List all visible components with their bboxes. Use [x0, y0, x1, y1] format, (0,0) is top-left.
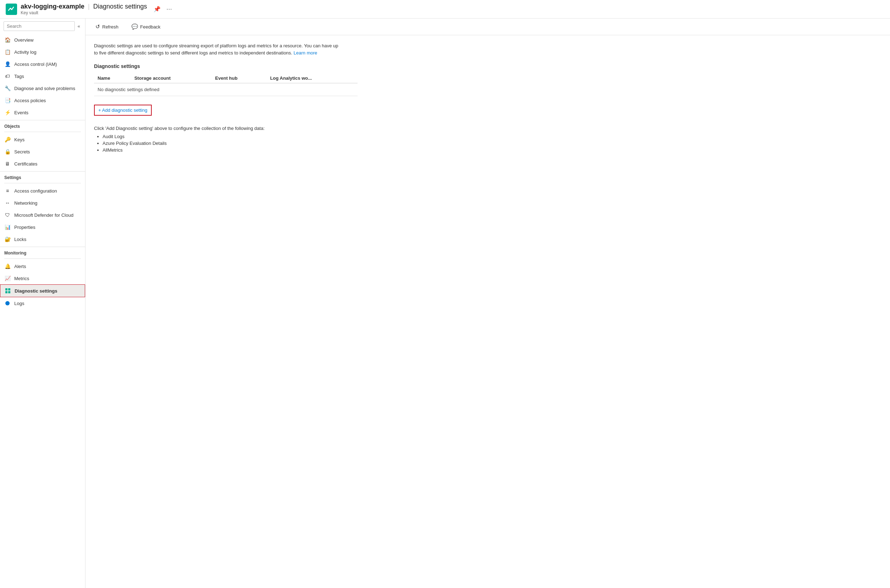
sidebar-label-secrets: Secrets: [14, 149, 30, 154]
diagnostic-settings-table: Name Storage account Event hub Log Analy…: [94, 74, 358, 96]
description-text: Diagnostic settings are used to configur…: [94, 42, 343, 56]
sidebar-label-overview: Overview: [14, 38, 33, 43]
refresh-button[interactable]: ↺ Refresh: [93, 22, 122, 32]
sidebar-item-events[interactable]: ⚡ Events: [0, 106, 85, 118]
objects-divider: [4, 132, 81, 132]
content-area: ↺ Refresh 💬 Feedback Diagnostic settings…: [86, 18, 890, 588]
sidebar-label-activity-log: Activity log: [14, 50, 36, 55]
sidebar-label-certificates: Certificates: [14, 161, 38, 166]
list-item-all-metrics: AllMetrics: [102, 147, 881, 153]
col-name: Name: [94, 74, 131, 83]
sidebar-label-access-policies: Access policies: [14, 98, 46, 103]
search-input[interactable]: [3, 21, 75, 31]
sidebar-label-logs: Logs: [14, 301, 24, 306]
access-policies-icon: 📑: [4, 97, 11, 104]
objects-section-title: Objects: [0, 120, 85, 130]
resource-type: Key vault: [21, 10, 147, 15]
access-control-icon: 👤: [4, 61, 11, 67]
diagnostic-settings-icon: [5, 288, 11, 294]
sidebar-item-properties[interactable]: 📊 Properties: [0, 221, 85, 233]
svg-rect-3: [5, 291, 8, 293]
add-diagnostic-container: + Add diagnostic setting: [94, 100, 881, 120]
alerts-icon: 🔔: [4, 263, 11, 270]
col-eventhub: Event hub: [212, 74, 266, 83]
sidebar-item-alerts[interactable]: 🔔 Alerts: [0, 260, 85, 272]
sidebar-item-locks[interactable]: 🔐 Locks: [0, 233, 85, 245]
table-header: Name Storage account Event hub Log Analy…: [94, 74, 358, 83]
sidebar-label-locks: Locks: [14, 237, 26, 242]
sidebar-item-logs[interactable]: Logs: [0, 297, 85, 309]
pin-icon[interactable]: 📌: [153, 6, 161, 12]
sidebar-label-access-config: Access configuration: [14, 188, 57, 194]
col-loganalytics: Log Analytics wo...: [266, 74, 358, 83]
sidebar-label-keys: Keys: [14, 137, 24, 142]
svg-rect-4: [8, 291, 11, 293]
add-diagnostic-button[interactable]: + Add diagnostic setting: [94, 105, 152, 116]
settings-divider: [4, 183, 81, 183]
refresh-label: Refresh: [102, 24, 119, 30]
no-settings-text: No diagnostic settings defined: [94, 83, 358, 96]
resource-name: akv-logging-example: [21, 3, 84, 10]
sidebar-item-access-config[interactable]: ≡ Access configuration: [0, 185, 85, 197]
feedback-label: Feedback: [140, 24, 161, 30]
access-config-icon: ≡: [4, 188, 11, 194]
main-layout: « 🏠 Overview 📋 Activity log 👤 Access con…: [0, 18, 890, 588]
sidebar-item-access-control[interactable]: 👤 Access control (IAM): [0, 58, 85, 70]
feedback-button[interactable]: 💬 Feedback: [129, 22, 164, 32]
sidebar-item-tags[interactable]: 🏷 Tags: [0, 70, 85, 82]
sidebar-item-networking[interactable]: ↔ Networking: [0, 197, 85, 209]
sidebar-item-metrics[interactable]: 📈 Metrics: [0, 272, 85, 284]
svg-rect-1: [5, 288, 8, 291]
header-title-group: akv-logging-example | Diagnostic setting…: [21, 3, 147, 15]
secrets-icon: 🔒: [4, 148, 11, 155]
section-title: Diagnostic settings: [94, 63, 881, 69]
header: akv-logging-example | Diagnostic setting…: [0, 0, 890, 18]
metrics-icon: 📈: [4, 275, 11, 282]
learn-more-link[interactable]: Learn more: [293, 50, 317, 56]
sidebar-item-certificates[interactable]: 🖥 Certificates: [0, 158, 85, 170]
defender-icon: 🛡: [4, 212, 11, 218]
collapse-button[interactable]: «: [76, 22, 81, 30]
page-title: Diagnostic settings: [93, 3, 147, 10]
title-separator: |: [88, 3, 90, 10]
sidebar-label-diagnostic-settings: Diagnostic settings: [15, 288, 57, 294]
activity-log-icon: 📋: [4, 49, 11, 55]
sidebar-label-properties: Properties: [14, 225, 35, 230]
monitoring-section-title: Monitoring: [0, 247, 85, 257]
sidebar-label-networking: Networking: [14, 200, 38, 206]
diagnose-icon: 🔧: [4, 85, 11, 92]
locks-icon: 🔐: [4, 236, 11, 242]
monitoring-divider: [4, 258, 81, 259]
tags-icon: 🏷: [4, 73, 11, 80]
col-storage: Storage account: [131, 74, 212, 83]
sidebar-label-metrics: Metrics: [14, 276, 29, 281]
sidebar-item-diagnostic-settings[interactable]: Diagnostic settings: [0, 284, 85, 297]
networking-icon: ↔: [4, 200, 11, 206]
content-toolbar: ↺ Refresh 💬 Feedback: [86, 18, 890, 35]
sidebar-label-access-control: Access control (IAM): [14, 62, 57, 67]
sidebar-item-secrets[interactable]: 🔒 Secrets: [0, 146, 85, 158]
sidebar-item-keys[interactable]: 🔑 Keys: [0, 134, 85, 146]
refresh-icon: ↺: [95, 24, 100, 30]
sidebar-item-access-policies[interactable]: 📑 Access policies: [0, 94, 85, 106]
svg-point-5: [5, 301, 10, 305]
table-header-row: Name Storage account Event hub Log Analy…: [94, 74, 358, 83]
sidebar: « 🏠 Overview 📋 Activity log 👤 Access con…: [0, 18, 86, 588]
settings-section-title: Settings: [0, 171, 85, 182]
sidebar-item-overview[interactable]: 🏠 Overview: [0, 34, 85, 46]
overview-icon: 🏠: [4, 37, 11, 43]
data-types-list: Audit Logs Azure Policy Evaluation Detai…: [94, 134, 881, 153]
sidebar-item-activity-log[interactable]: 📋 Activity log: [0, 46, 85, 58]
sidebar-item-diagnose[interactable]: 🔧 Diagnose and solve problems: [0, 82, 85, 94]
more-options-icon[interactable]: ⋯: [166, 6, 172, 12]
no-settings-row: No diagnostic settings defined: [94, 83, 358, 96]
keys-icon: 🔑: [4, 136, 11, 143]
sidebar-label-tags: Tags: [14, 74, 24, 79]
app-icon: [6, 3, 17, 15]
sidebar-label-defender: Microsoft Defender for Cloud: [14, 213, 74, 218]
sidebar-item-defender[interactable]: 🛡 Microsoft Defender for Cloud: [0, 209, 85, 221]
table-body: No diagnostic settings defined: [94, 83, 358, 96]
list-item-azure-policy: Azure Policy Evaluation Details: [102, 141, 881, 146]
logs-icon: [4, 300, 11, 306]
properties-icon: 📊: [4, 224, 11, 230]
